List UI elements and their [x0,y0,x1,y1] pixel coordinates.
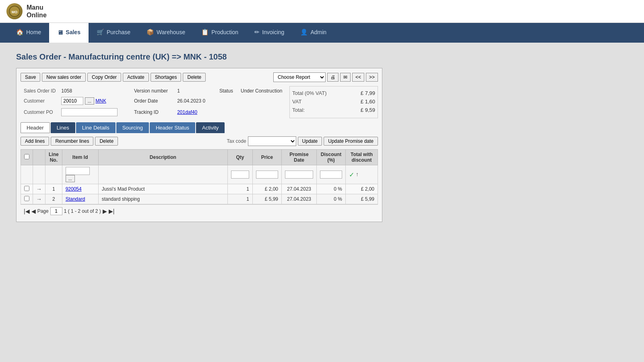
shortages-button[interactable]: Shortages [151,73,182,82]
tab-line-details[interactable]: Line Details [76,122,116,133]
customer-name-link[interactable]: MNK [95,98,106,104]
print-button[interactable]: 🖨 [327,73,339,82]
info-row-id: Sales Order ID 1058 Version number 1 Sta… [21,87,289,95]
nav-production[interactable]: 📋 Production [193,23,246,43]
row2-itemid: Standard [62,194,98,204]
totals-row-total: Total: £ 9,59 [292,106,375,114]
warehouse-icon: 📦 [147,29,154,36]
save-button[interactable]: Save [21,73,40,82]
new-line-promise-cell [282,165,317,184]
tab-header[interactable]: Header [21,122,50,133]
pagination: |◀ ◀ Page 1 ( 1 - 2 out of 2 ) ▶ ▶| [21,204,378,218]
page-input[interactable] [50,207,62,215]
activate-button[interactable]: Activate [123,73,149,82]
new-line-promise-input[interactable] [285,171,313,179]
sales-icon: 🖥 [57,29,63,36]
nav-invoicing[interactable]: ✏ Invoicing [246,23,292,43]
row2-promise: 27.04.2023 [282,194,317,204]
new-line-arrow [33,165,45,184]
new-line-confirm-icon[interactable]: ✓ [349,171,354,179]
tax-code-select[interactable] [248,136,296,146]
new-line-discount-input[interactable] [320,171,342,179]
tabs-bar: Header Lines Line Details Sourcing Heade… [21,122,378,133]
logo-text: Manu Online [27,4,47,19]
row1-check [21,184,33,194]
copy-order-button[interactable]: Copy Order [87,73,121,82]
new-line-qty-input[interactable] [231,171,249,179]
version-number-value: 1 [175,87,211,95]
tab-lines[interactable]: Lines [51,122,75,133]
customer-browse-button[interactable]: ... [85,97,94,105]
nav-warehouse[interactable]: 📦 Warehouse [138,23,193,43]
renumber-lines-button[interactable]: Renumber lines [51,137,93,146]
col-qty-header: Qty [228,150,253,165]
update-button[interactable]: Update [298,137,322,146]
lines-table-body: ... [21,165,378,204]
row2-checkbox[interactable] [24,196,29,201]
pagination-summary: 1 ( 1 - 2 out of 2 ) [64,208,101,214]
new-line-discount-cell [317,165,346,184]
last-page-button[interactable]: ▶| [109,208,115,214]
col-discount-header: Discount (%) [317,150,346,165]
status-label: Status [211,87,237,95]
first-page-button[interactable]: |◀ [24,208,30,214]
row1-promise: 27.04.2023 [282,184,317,194]
vat-total-label: Total (0% VAT) [292,90,326,96]
row2-itemid-link[interactable]: Standard [66,196,85,202]
new-line-price-input[interactable] [256,171,278,179]
row2-arrow-icon: → [36,196,42,202]
delete-button[interactable]: Delete [183,73,206,82]
tab-header-status[interactable]: Header Status [150,122,195,133]
tab-activity[interactable]: Activity [196,122,225,133]
row2-desc: standard shipping [98,194,227,204]
status-value: Under Construction [238,87,289,95]
add-lines-button[interactable]: Add lines [21,137,49,146]
totals-row-vat-amount: VAT £ 1,60 [292,97,375,106]
choose-report-select[interactable]: Choose Report [273,72,326,82]
email-button[interactable]: ✉ [340,73,351,82]
new-sales-order-button[interactable]: New sales order [42,73,86,82]
new-line-row: ... [21,165,378,184]
main-content: Sales Order - Manufacturing centre (UK) … [0,43,644,232]
update-promise-button[interactable]: Update Promise date [324,137,378,146]
nav-purchase[interactable]: 🛒 Purchase [89,23,138,43]
row1-checkbox[interactable] [24,186,29,191]
totals-panel: Total (0% VAT) £ 7,99 VAT £ 1,60 Total: … [289,86,378,118]
customer-cell: ... MNK [59,96,125,106]
new-line-undo-icon[interactable]: ↑ [356,171,359,179]
row1-price: £ 2,00 [253,184,282,194]
col-arrow-header [33,150,45,165]
next-button[interactable]: >> [366,73,378,82]
next-page-button[interactable]: ▶ [103,208,107,214]
new-line-qty-cell [228,165,253,184]
lines-delete-button[interactable]: Delete [95,137,118,146]
row1-lineno: 1 [45,184,62,194]
prev-button[interactable]: << [352,73,364,82]
page-label: Page [37,208,49,214]
new-line-no [45,165,62,184]
col-promise-header: Promise Date [282,150,317,165]
row2-discount: 0 % [317,194,346,204]
row2-check [21,194,33,204]
logo-bar: MO Manu Online [0,0,644,23]
total-value: £ 9,59 [351,107,375,113]
new-line-item-input[interactable] [66,167,90,175]
sales-order-id-value: 1058 [59,87,125,95]
nav-admin[interactable]: 👤 Admin [292,23,334,43]
prev-page-button[interactable]: ◀ [31,208,36,214]
new-line-desc [98,165,227,184]
customer-po-input[interactable] [61,108,118,116]
order-info-table: Sales Order ID 1058 Version number 1 Sta… [21,86,289,118]
nav-sales[interactable]: 🖥 Sales [49,23,89,43]
nav-home[interactable]: 🏠 Home [8,23,49,43]
row1-itemid-link[interactable]: 920054 [66,186,82,192]
customer-code-input[interactable] [61,97,83,105]
total-label: Total: [292,107,305,113]
new-line-actions: ✓ ↑ [346,165,378,184]
new-line-browse-button[interactable]: ... [66,175,75,182]
toolbar: Save New sales order Copy Order Activate… [21,72,378,82]
tab-sourcing[interactable]: Sourcing [116,122,149,133]
select-all-checkbox[interactable] [24,154,29,159]
row2-arrow: → [33,194,45,204]
lines-toolbar: Add lines Renumber lines Delete Tax code… [21,136,378,146]
